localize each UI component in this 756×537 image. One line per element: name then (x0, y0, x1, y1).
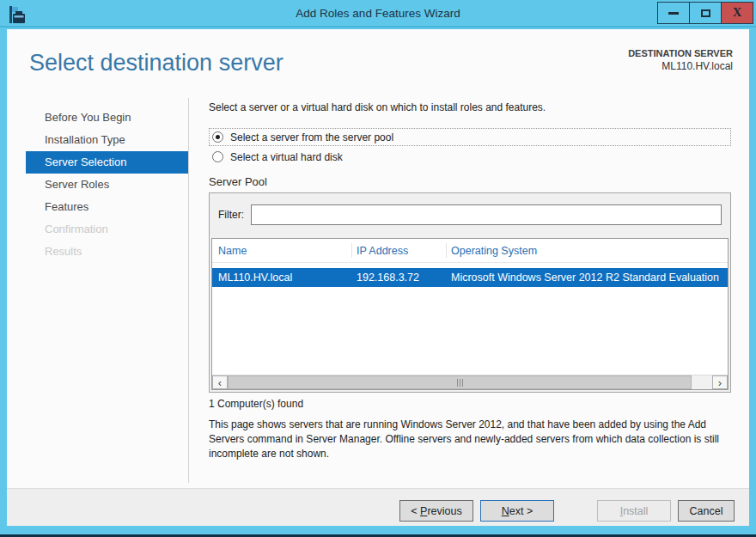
radio-server-pool-label: Select a server from the server pool (230, 131, 393, 143)
minimize-button[interactable] (657, 2, 690, 24)
computers-found-count: 1 Computer(s) found (209, 398, 303, 410)
radio-select-vhd[interactable]: Select a virtual hard disk (209, 148, 731, 166)
sidebar-item-confirmation: Confirmation (26, 218, 188, 241)
previous-button[interactable]: < Previous (399, 500, 473, 522)
sidebar-divider (188, 98, 189, 483)
radio-vhd-label: Select a virtual hard disk (230, 151, 343, 163)
close-icon: X (733, 7, 741, 19)
destination-server-label: DESTINATION SERVER (628, 47, 733, 60)
window-controls: X (658, 2, 753, 24)
window-title: Add Roles and Features Wizard (0, 0, 756, 27)
instruction-text: Select a server or a virtual hard disk o… (209, 101, 546, 113)
wizard-window: Add Roles and Features Wizard X Select d… (0, 0, 756, 537)
radio-selected-icon (212, 131, 223, 143)
sidebar-item-features[interactable]: Features (26, 196, 188, 218)
server-row-ip: 192.168.3.72 (357, 268, 419, 287)
destination-server-block: DESTINATION SERVER ML110.HV.local (628, 47, 733, 73)
sidebar-item-results: Results (26, 241, 188, 263)
previous-label-post: revious (427, 505, 461, 517)
scroll-left-button[interactable]: ‹ (212, 375, 228, 389)
next-label-post: ext > (509, 505, 533, 517)
wizard-steps-sidebar: Before You Begin Installation Type Serve… (26, 107, 188, 263)
column-header-operating-system[interactable]: Operating System (451, 239, 537, 263)
horizontal-scrollbar[interactable]: ‹ › (212, 375, 728, 389)
cancel-button[interactable]: Cancel (678, 500, 735, 522)
destination-server-name: ML110.HV.local (628, 60, 733, 73)
server-row-selected[interactable]: ML110.HV.local 192.168.3.72 Microsoft Wi… (212, 268, 728, 287)
sidebar-item-server-roles[interactable]: Server Roles (26, 174, 188, 196)
close-button[interactable]: X (721, 2, 753, 24)
server-row-name: ML110.HV.local (218, 268, 292, 287)
maximize-button[interactable] (689, 2, 722, 24)
next-label-key: N (502, 505, 509, 517)
server-row-os: Microsoft Windows Server 2012 R2 Standar… (451, 268, 719, 287)
column-header-name[interactable]: Name (218, 239, 247, 263)
server-table: Name IP Address Operating System ML110.H… (211, 238, 729, 390)
filter-label: Filter: (218, 204, 244, 225)
scrollbar-thumb[interactable] (228, 375, 692, 389)
filter-input[interactable] (251, 204, 722, 225)
page-description: This page shows servers that are running… (209, 418, 737, 461)
server-pool-box: Filter: Name IP Address Operating System… (209, 192, 731, 393)
scroll-right-button[interactable]: › (712, 375, 728, 389)
column-separator (446, 243, 447, 258)
titlebar[interactable]: Add Roles and Features Wizard X (0, 0, 756, 27)
server-pool-title: Server Pool (209, 175, 267, 188)
radio-select-server-pool[interactable]: Select a server from the server pool (209, 128, 731, 146)
server-table-header: Name IP Address Operating System (212, 239, 728, 263)
scroll-left-icon: ‹ (218, 377, 222, 388)
scrollbar-grip-icon (456, 379, 464, 387)
minimize-icon (668, 12, 679, 15)
cancel-label: Cancel (690, 505, 723, 517)
maximize-icon (701, 9, 710, 17)
page-title: Select destination server (29, 50, 284, 76)
sidebar-item-server-selection[interactable]: Server Selection (26, 151, 188, 174)
previous-label-pre: < (411, 505, 420, 517)
radio-unselected-icon (212, 151, 223, 162)
wizard-body: Select destination server DESTINATION SE… (7, 29, 749, 526)
scroll-right-icon: › (718, 377, 722, 388)
install-label-post: nstall (623, 505, 648, 517)
footer-bar: < Previous Next > Install Cancel (7, 488, 749, 526)
column-header-ip-address[interactable]: IP Address (357, 239, 408, 263)
next-button[interactable]: Next > (480, 500, 554, 522)
install-button: Install (597, 500, 671, 522)
sidebar-item-installation-type[interactable]: Installation Type (26, 129, 188, 151)
sidebar-item-before-you-begin[interactable]: Before You Begin (26, 107, 188, 129)
column-separator (351, 243, 352, 258)
